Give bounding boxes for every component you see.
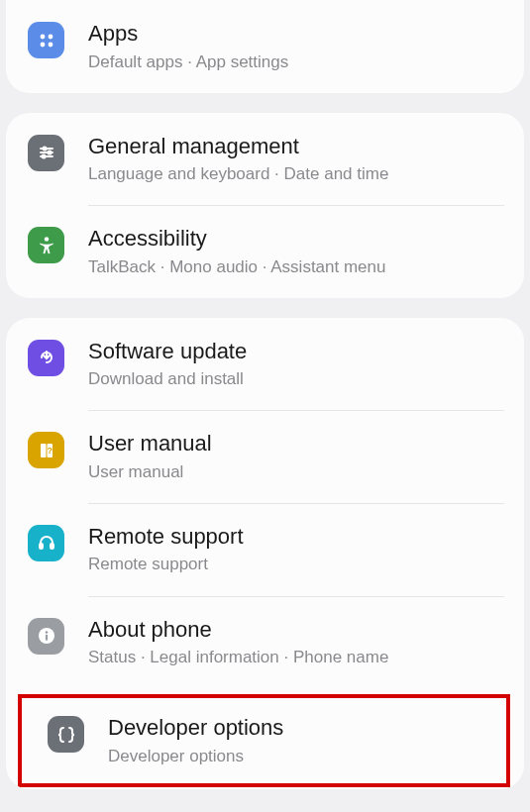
row-text: About phone Status · Legal information ·… xyxy=(88,616,504,669)
svg-point-17 xyxy=(45,631,48,634)
row-subtitle: Download and install xyxy=(88,368,504,390)
row-title: Apps xyxy=(88,20,504,48)
manual-icon: ? xyxy=(28,432,64,468)
row-subtitle: Remote support xyxy=(88,554,504,575)
row-text: Accessibility TalkBack · Mono audio · As… xyxy=(88,225,504,278)
info-icon xyxy=(28,618,64,655)
row-title: General management xyxy=(88,133,504,160)
settings-group: Software update Download and install ? U… xyxy=(6,318,524,789)
svg-point-2 xyxy=(40,42,45,47)
row-subtitle: Status · Legal information · Phone name xyxy=(88,647,504,668)
svg-rect-15 xyxy=(51,544,53,549)
svg-point-7 xyxy=(48,151,51,153)
settings-row-about-phone[interactable]: About phone Status · Legal information ·… xyxy=(6,596,524,689)
row-subtitle: Developer options xyxy=(108,746,486,767)
row-subtitle: User manual xyxy=(88,461,504,483)
svg-point-3 xyxy=(48,42,53,47)
svg-point-0 xyxy=(40,34,45,39)
row-text: Software update Download and install xyxy=(88,338,504,391)
settings-row-general-management[interactable]: General management Language and keyboard… xyxy=(6,113,524,206)
row-title: Remote support xyxy=(88,523,504,551)
highlight-box: Developer options Developer options xyxy=(18,694,510,787)
row-subtitle: TalkBack · Mono audio · Assistant menu xyxy=(88,256,504,278)
row-subtitle: Default apps · App settings xyxy=(88,51,504,73)
row-text: Remote support Remote support xyxy=(88,523,504,576)
headset-icon xyxy=(28,525,64,561)
row-subtitle: Language and keyboard · Date and time xyxy=(88,163,504,185)
svg-point-1 xyxy=(48,34,53,39)
settings-row-user-manual[interactable]: ? User manual User manual xyxy=(6,410,524,503)
settings-group: Apps Default apps · App settings xyxy=(6,0,524,93)
settings-row-software-update[interactable]: Software update Download and install xyxy=(6,318,524,411)
svg-point-9 xyxy=(42,154,45,157)
braces-icon xyxy=(48,716,84,753)
settings-row-remote-support[interactable]: Remote support Remote support xyxy=(6,503,524,596)
svg-rect-18 xyxy=(45,635,47,641)
svg-point-5 xyxy=(43,147,46,150)
settings-row-accessibility[interactable]: Accessibility TalkBack · Mono audio · As… xyxy=(6,205,524,298)
row-text: User manual User manual xyxy=(88,430,504,483)
row-title: About phone xyxy=(88,616,504,644)
apps-icon xyxy=(28,22,64,58)
svg-point-10 xyxy=(44,237,48,241)
row-title: Accessibility xyxy=(88,225,504,253)
sliders-icon xyxy=(28,135,64,171)
settings-row-developer-options[interactable]: Developer options Developer options xyxy=(26,700,506,781)
row-text: Developer options Developer options xyxy=(108,714,486,767)
row-text: Apps Default apps · App settings xyxy=(88,20,504,73)
row-title: Software update xyxy=(88,338,504,365)
settings-group: General management Language and keyboard… xyxy=(6,113,524,298)
settings-row-apps[interactable]: Apps Default apps · App settings xyxy=(6,0,524,93)
update-icon xyxy=(28,340,64,376)
svg-text:?: ? xyxy=(47,446,53,456)
svg-rect-11 xyxy=(41,444,47,457)
row-title: User manual xyxy=(88,430,504,457)
row-text: General management Language and keyboard… xyxy=(88,133,504,186)
svg-rect-14 xyxy=(40,544,43,549)
accessibility-icon xyxy=(28,227,64,263)
row-title: Developer options xyxy=(108,714,486,742)
